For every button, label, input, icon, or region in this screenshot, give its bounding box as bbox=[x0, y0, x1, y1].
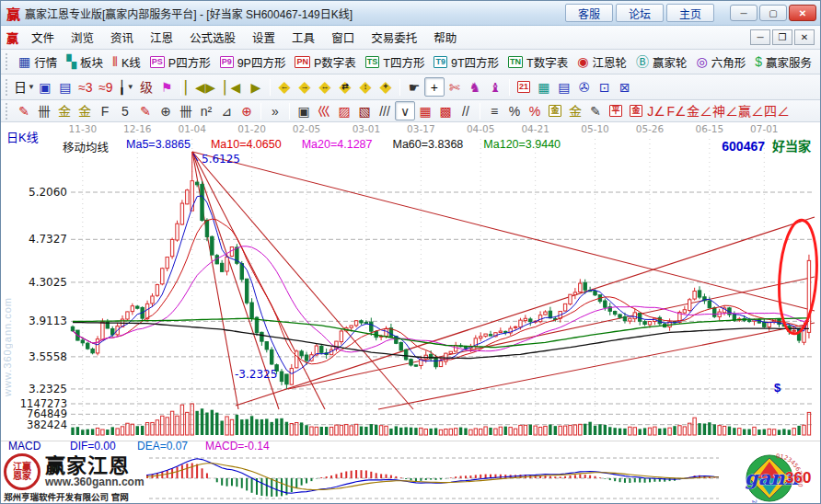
candle-type-button[interactable]: ╽▼ bbox=[116, 77, 136, 97]
angle-lines-button[interactable]: /// bbox=[375, 101, 395, 120]
target-tool-button[interactable]: ⊕ bbox=[237, 101, 257, 120]
restore-button[interactable]: ▢ bbox=[759, 5, 787, 21]
compress-h-button[interactable]: ◆⇄ bbox=[335, 77, 355, 97]
box-tool-button[interactable]: ▣ bbox=[294, 101, 314, 120]
macd-panel[interactable]: 江赢恩家 赢家江恩 www.360gann.com 郑州亨瑞软件开发有限公司 官… bbox=[1, 452, 820, 504]
pennant-tool-button[interactable]: ⊿ bbox=[216, 101, 237, 120]
quotes-button[interactable]: ▦行情 bbox=[14, 52, 62, 73]
hand-tool-button[interactable]: ☛ bbox=[404, 77, 424, 97]
menu-0[interactable]: 文件 bbox=[23, 26, 63, 49]
menu-4[interactable]: 公式选股 bbox=[181, 26, 244, 49]
t-square-button[interactable]: TST四方形 bbox=[361, 52, 430, 73]
menu-1[interactable]: 浏览 bbox=[63, 26, 102, 49]
menu-2[interactable]: 资讯 bbox=[102, 26, 142, 49]
p-square-button[interactable]: PSP四方形 bbox=[145, 52, 215, 73]
close-button[interactable]: ✕ bbox=[789, 5, 816, 21]
angle-gold-button[interactable]: 金∠ bbox=[687, 101, 712, 120]
gold-circle-button[interactable]: 金 bbox=[545, 101, 565, 120]
notes-button[interactable]: ▤ bbox=[554, 77, 574, 97]
stamp-knight-button[interactable]: ♞ bbox=[465, 77, 485, 97]
gold-grid-2-button[interactable]: 金 bbox=[75, 101, 95, 120]
spiral-grid-button[interactable]: 5 bbox=[115, 101, 135, 120]
topbar-button-0[interactable]: 客服 bbox=[565, 4, 613, 22]
cut-tool-button[interactable]: ✄ bbox=[445, 77, 465, 97]
menu-7[interactable]: 窗口 bbox=[323, 26, 363, 49]
pan-right-button[interactable]: ◆→ bbox=[295, 77, 315, 97]
gold-tool-button[interactable]: 金 bbox=[626, 101, 646, 120]
wave-9-button[interactable]: ≈9 bbox=[96, 77, 116, 97]
percent-b-button[interactable]: % bbox=[525, 101, 545, 120]
winner-service-button[interactable]: $赢家服务 bbox=[750, 52, 816, 73]
stamp-bishop-button[interactable]: ♝ bbox=[485, 77, 505, 97]
angle-shen-button[interactable]: 神∠ bbox=[712, 101, 738, 120]
t-number-table-button[interactable]: TNT数字表 bbox=[503, 52, 572, 73]
chart-style-button[interactable]: ▣ bbox=[35, 77, 55, 97]
kline-chart[interactable]: 11-3012-1601-0401-2002-0503-0103-1704-05… bbox=[1, 122, 820, 441]
page-prev-button[interactable]: ◀ bbox=[225, 77, 246, 97]
topbar-button-1[interactable]: 论坛 bbox=[616, 4, 664, 22]
info-panel-button[interactable]: ▤ bbox=[55, 77, 75, 97]
9p-square-button[interactable]: P99P四方形 bbox=[215, 52, 291, 73]
n2-grid-button[interactable]: n² bbox=[196, 101, 216, 120]
child-minimize-button[interactable]: ─ bbox=[750, 29, 770, 45]
angle-si-button[interactable]: 四∠ bbox=[764, 101, 790, 120]
more-tools-button[interactable]: » bbox=[265, 101, 285, 120]
ping-tool-button[interactable]: 平 bbox=[606, 101, 626, 120]
menu-5[interactable]: 设置 bbox=[244, 26, 283, 49]
menu-6[interactable]: 工具 bbox=[283, 26, 323, 49]
grid-red-button[interactable]: ▦ bbox=[415, 101, 435, 120]
fan-box-2-button[interactable]: ▧ bbox=[354, 101, 375, 120]
period-day-button[interactable]: 日▼ bbox=[14, 77, 35, 97]
angle-win-button[interactable]: 赢∠ bbox=[738, 101, 764, 120]
measure-pen-button[interactable]: ✎ bbox=[585, 101, 606, 120]
angle-j-button[interactable]: J∠ bbox=[646, 101, 666, 120]
stats-scale-button[interactable]: ≡ bbox=[484, 101, 504, 120]
save-button[interactable]: ✇ bbox=[574, 77, 595, 97]
level-button[interactable]: 级 bbox=[136, 77, 156, 97]
menu-9[interactable]: 帮助 bbox=[425, 26, 465, 49]
topbar-button-2[interactable]: 主页 bbox=[666, 4, 714, 22]
percent-a-button[interactable]: % bbox=[504, 101, 525, 120]
p-number-table-button[interactable]: PNP数字表 bbox=[290, 52, 360, 73]
gann-wheel-button[interactable]: ◉江恩轮 bbox=[572, 52, 631, 73]
menu-3[interactable]: 江恩 bbox=[142, 26, 181, 49]
kline-chart-canvas[interactable]: 11-3012-1601-0401-2002-0503-0103-1704-05… bbox=[1, 122, 821, 441]
expand-v-button[interactable]: ◆↕ bbox=[355, 77, 376, 97]
sectors-button[interactable]: ▚板块 bbox=[62, 52, 108, 73]
grid-2-button[interactable]: 卌 bbox=[176, 101, 196, 120]
slash-lines-button[interactable]: // bbox=[456, 101, 476, 120]
hexagon-button[interactable]: ◎六角形 bbox=[691, 52, 750, 73]
9t-square-button[interactable]: T99T四方形 bbox=[429, 52, 503, 73]
fit-all-button[interactable]: ◆+ bbox=[376, 77, 396, 97]
minimize-button[interactable]: ─ bbox=[730, 5, 757, 21]
goto-last-button[interactable]: ▶▕ bbox=[205, 77, 225, 97]
gann-grid-button[interactable]: 卌 bbox=[34, 101, 54, 120]
menu-8[interactable]: 交易委托 bbox=[363, 26, 425, 49]
v-line-button[interactable]: ∨ bbox=[395, 101, 415, 120]
goto-first-button[interactable]: ▏◀ bbox=[185, 77, 205, 97]
send-pc-button[interactable]: ⊠ bbox=[615, 77, 635, 97]
crosshair-tool-button[interactable]: + bbox=[424, 77, 445, 97]
export-pc-button[interactable]: ⊡ bbox=[595, 77, 615, 97]
fan-box-button[interactable]: ▨ bbox=[334, 101, 354, 120]
brush-button[interactable]: ✎ bbox=[14, 101, 34, 120]
grid-red-2-button[interactable]: ▩ bbox=[435, 101, 456, 120]
page-next-button[interactable]: ▶ bbox=[246, 77, 266, 97]
gold-grid-button[interactable]: 金 bbox=[54, 101, 75, 120]
flag-tool-button[interactable]: ⚑ bbox=[156, 77, 177, 97]
child-restore-button[interactable]: ❐ bbox=[772, 29, 792, 45]
f-grid-button[interactable]: F bbox=[95, 101, 115, 120]
angle-f-button[interactable]: F∠ bbox=[666, 101, 687, 120]
circle-grid-button[interactable]: ⊕ bbox=[156, 101, 176, 120]
child-close-button[interactable]: ✕ bbox=[794, 29, 815, 45]
kline-button[interactable]: ⫴K线 bbox=[108, 52, 145, 73]
wave-3-button[interactable]: ≈3 bbox=[75, 77, 96, 97]
calendar-21-button[interactable]: 21 bbox=[514, 77, 534, 97]
pan-left-button[interactable]: ◆← bbox=[274, 77, 295, 97]
gold-split-button[interactable]: 金 bbox=[565, 101, 585, 120]
brush-2-button[interactable]: ✎ bbox=[135, 101, 156, 120]
gann-fan-button[interactable]: 巛 bbox=[314, 101, 334, 120]
data-table-button[interactable]: ▦ bbox=[534, 77, 554, 97]
winner-wheel-button[interactable]: Ⓑ赢家轮 bbox=[631, 52, 692, 73]
expand-h-button[interactable]: ◆↔ bbox=[315, 77, 335, 97]
